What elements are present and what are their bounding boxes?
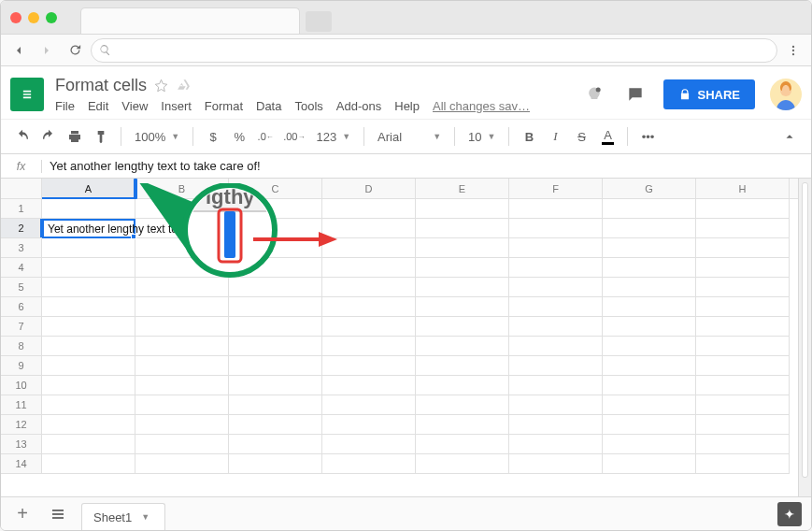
browser-menu-button[interactable] xyxy=(781,38,805,63)
cell[interactable] xyxy=(42,454,135,474)
cell[interactable] xyxy=(603,199,696,219)
comments-button[interactable] xyxy=(622,81,648,108)
cell[interactable] xyxy=(322,317,416,337)
cell[interactable] xyxy=(603,317,696,337)
cell[interactable] xyxy=(603,356,696,376)
format-currency-button[interactable]: $ xyxy=(201,123,225,150)
cell[interactable] xyxy=(696,258,790,278)
cell[interactable] xyxy=(509,356,603,376)
maximize-window-button[interactable] xyxy=(46,12,57,23)
cell[interactable] xyxy=(322,435,416,454)
cell[interactable] xyxy=(696,337,790,356)
row-header[interactable]: 6 xyxy=(1,297,42,317)
cell[interactable] xyxy=(603,454,696,474)
cell[interactable] xyxy=(229,415,322,435)
strikethrough-button[interactable]: S xyxy=(569,123,593,150)
select-all-corner[interactable] xyxy=(1,179,42,198)
cell[interactable] xyxy=(42,199,135,219)
cell[interactable] xyxy=(229,356,322,376)
cell[interactable] xyxy=(509,317,603,337)
row-header[interactable]: 2 xyxy=(1,219,42,238)
undo-button[interactable] xyxy=(10,123,35,150)
cell[interactable] xyxy=(416,297,509,317)
row-header[interactable]: 14 xyxy=(1,454,42,474)
cell[interactable] xyxy=(135,454,229,474)
cell[interactable] xyxy=(509,415,603,435)
cell[interactable] xyxy=(696,297,790,317)
cell[interactable] xyxy=(229,454,322,474)
cell[interactable] xyxy=(229,278,322,297)
cell[interactable] xyxy=(509,258,603,278)
cell[interactable] xyxy=(416,258,509,278)
explore-button[interactable]: ✦ xyxy=(777,502,802,526)
cell[interactable] xyxy=(135,199,229,219)
cell[interactable] xyxy=(135,337,229,356)
cell[interactable] xyxy=(135,317,229,337)
cell[interactable] xyxy=(509,219,603,238)
text-color-button[interactable]: A xyxy=(595,123,620,150)
cell[interactable] xyxy=(696,415,790,435)
col-header-g[interactable]: G xyxy=(603,179,696,198)
cell[interactable] xyxy=(603,435,696,454)
cell[interactable] xyxy=(416,317,509,337)
cell[interactable] xyxy=(603,395,696,415)
cell[interactable] xyxy=(509,435,603,454)
cell[interactable] xyxy=(42,435,135,454)
add-sheet-button[interactable]: + xyxy=(10,501,35,527)
cell[interactable] xyxy=(696,395,790,415)
format-percent-button[interactable]: % xyxy=(227,123,251,150)
cell[interactable] xyxy=(42,297,135,317)
new-tab-button[interactable] xyxy=(306,11,332,32)
col-header-b[interactable]: B xyxy=(135,179,229,198)
col-header-d[interactable]: D xyxy=(322,179,416,198)
cell[interactable] xyxy=(135,395,229,415)
row-header[interactable]: 1 xyxy=(1,199,42,219)
cell[interactable] xyxy=(42,278,135,297)
cell[interactable] xyxy=(509,395,603,415)
cell[interactable] xyxy=(416,278,509,297)
cell[interactable] xyxy=(42,337,135,356)
minimize-window-button[interactable] xyxy=(28,12,39,23)
grid[interactable]: A B C D E F G H 1 2Yet another lengthy t… xyxy=(1,179,798,496)
cell[interactable] xyxy=(603,278,696,297)
sheet-tab[interactable]: Sheet1▼ xyxy=(81,503,165,531)
cell[interactable] xyxy=(696,435,790,454)
cell[interactable] xyxy=(603,415,696,435)
cell[interactable] xyxy=(322,278,416,297)
cell[interactable] xyxy=(135,258,229,278)
cell[interactable] xyxy=(42,317,135,337)
cell[interactable] xyxy=(416,238,509,258)
cell[interactable] xyxy=(322,297,416,317)
paint-format-button[interactable] xyxy=(89,123,113,150)
cell[interactable] xyxy=(322,199,416,219)
doc-title[interactable]: Format cells xyxy=(55,76,147,95)
column-resize-handle[interactable] xyxy=(134,179,137,199)
menu-view[interactable]: View xyxy=(121,99,148,113)
cell[interactable] xyxy=(509,297,603,317)
col-header-a[interactable]: A xyxy=(42,179,135,198)
cell[interactable] xyxy=(322,415,416,435)
cell[interactable] xyxy=(229,435,322,454)
cell[interactable] xyxy=(229,199,322,219)
cell[interactable] xyxy=(603,238,696,258)
row-header[interactable]: 5 xyxy=(1,278,42,297)
cell[interactable] xyxy=(42,238,135,258)
cell[interactable] xyxy=(696,376,790,395)
cell[interactable] xyxy=(696,238,790,258)
font-size-combo[interactable]: 10▼ xyxy=(463,130,501,144)
cell[interactable] xyxy=(603,337,696,356)
back-button[interactable] xyxy=(7,38,31,63)
row-header[interactable]: 10 xyxy=(1,376,42,395)
cell[interactable] xyxy=(696,356,790,376)
row-header[interactable]: 8 xyxy=(1,337,42,356)
account-avatar[interactable] xyxy=(770,79,802,110)
cell[interactable] xyxy=(416,219,509,238)
col-header-f[interactable]: F xyxy=(509,179,603,198)
save-status[interactable]: All changes sav… xyxy=(433,99,530,113)
zoom-combo[interactable]: 100%▼ xyxy=(129,130,185,144)
menu-help[interactable]: Help xyxy=(394,99,420,113)
cell[interactable] xyxy=(416,395,509,415)
menu-file[interactable]: File xyxy=(55,99,75,113)
cell[interactable] xyxy=(42,395,135,415)
row-header[interactable]: 3 xyxy=(1,238,42,258)
